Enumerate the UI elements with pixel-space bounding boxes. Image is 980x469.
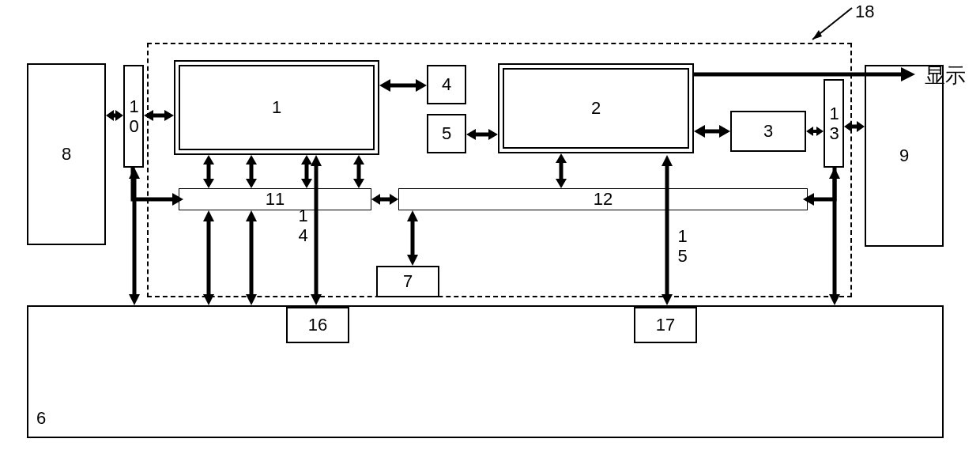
svg-marker-55 (407, 255, 418, 266)
svg-marker-65 (901, 67, 915, 81)
svg-marker-39 (371, 194, 380, 205)
svg-marker-33 (353, 155, 364, 165)
block-6-label: 6 (36, 408, 46, 429)
arrow-1-4 (379, 78, 427, 93)
arrow-10-6 (126, 168, 142, 305)
arrow-1-11-d (351, 155, 367, 188)
svg-marker-12 (466, 129, 476, 140)
label-18: 18 (855, 2, 874, 22)
svg-marker-52 (662, 294, 673, 305)
block-8: 8 (27, 63, 106, 245)
svg-marker-45 (246, 210, 257, 221)
arrow-12-7 (405, 210, 420, 266)
svg-marker-48 (311, 155, 322, 166)
arrow-1-11-b (243, 155, 259, 188)
svg-marker-18 (806, 127, 813, 136)
arrow-8-10 (106, 108, 123, 123)
svg-marker-28 (246, 179, 257, 188)
block-6: 6 (27, 305, 944, 438)
svg-marker-27 (246, 155, 257, 165)
bus-11: 11 (179, 188, 371, 210)
block-13: 13 (824, 79, 844, 168)
svg-marker-25 (203, 179, 214, 188)
svg-marker-62 (829, 168, 840, 179)
block-5: 5 (427, 114, 466, 153)
arrow-14 (308, 155, 324, 305)
arrow-11-6-a (201, 210, 217, 305)
arrow-2-12 (553, 153, 569, 188)
diagram-canvas: 18 8 10 1 4 5 2 3 13 9 11 12 7 16 17 6 1… (0, 0, 980, 469)
arrow-13-6 (827, 168, 842, 305)
svg-marker-1 (812, 30, 822, 40)
svg-marker-9 (379, 79, 390, 92)
arrow-13-9 (844, 119, 865, 134)
svg-marker-46 (246, 294, 257, 305)
svg-marker-4 (115, 110, 123, 121)
svg-marker-7 (164, 110, 174, 121)
svg-marker-24 (203, 155, 214, 165)
arrow-output (694, 66, 915, 82)
svg-marker-43 (203, 294, 214, 305)
arrow-3-13 (806, 123, 824, 139)
svg-marker-63 (829, 294, 840, 305)
leader-18 (798, 6, 861, 46)
svg-marker-59 (129, 168, 140, 179)
svg-marker-22 (857, 121, 865, 132)
block-10-label: 10 (123, 96, 144, 136)
svg-marker-15 (694, 125, 705, 138)
arrow-1-11-a (201, 155, 217, 188)
svg-marker-37 (556, 179, 567, 188)
svg-marker-57 (803, 193, 814, 206)
svg-marker-3 (106, 110, 114, 121)
arrow-11-12 (371, 191, 398, 207)
arrow-11-6-b (243, 210, 259, 305)
block-2: 2 (503, 68, 689, 149)
svg-marker-19 (816, 127, 824, 136)
output-label: 显示 (925, 62, 966, 89)
arrow-15 (659, 155, 675, 305)
svg-marker-56 (172, 193, 183, 206)
svg-marker-10 (416, 79, 427, 92)
block-7: 7 (376, 266, 439, 297)
block-9: 9 (865, 65, 944, 247)
svg-marker-34 (353, 179, 364, 188)
svg-marker-51 (662, 155, 673, 166)
arrow-5-2 (466, 127, 498, 142)
svg-marker-6 (144, 110, 153, 121)
block-13-label: 13 (824, 104, 844, 143)
svg-marker-49 (311, 294, 322, 305)
svg-marker-40 (390, 194, 398, 205)
svg-marker-21 (844, 121, 852, 132)
block-3: 3 (730, 111, 806, 152)
svg-marker-42 (203, 210, 214, 221)
block-10: 10 (123, 65, 144, 168)
svg-marker-54 (407, 210, 418, 221)
svg-marker-16 (719, 125, 730, 138)
block-1: 1 (179, 65, 375, 150)
svg-marker-36 (556, 153, 567, 163)
svg-marker-60 (129, 294, 140, 305)
bus-12: 12 (398, 188, 808, 210)
svg-marker-13 (488, 129, 498, 140)
block-4: 4 (427, 65, 466, 104)
arrow-10-1 (144, 108, 174, 123)
arrow-2-3 (694, 123, 730, 139)
